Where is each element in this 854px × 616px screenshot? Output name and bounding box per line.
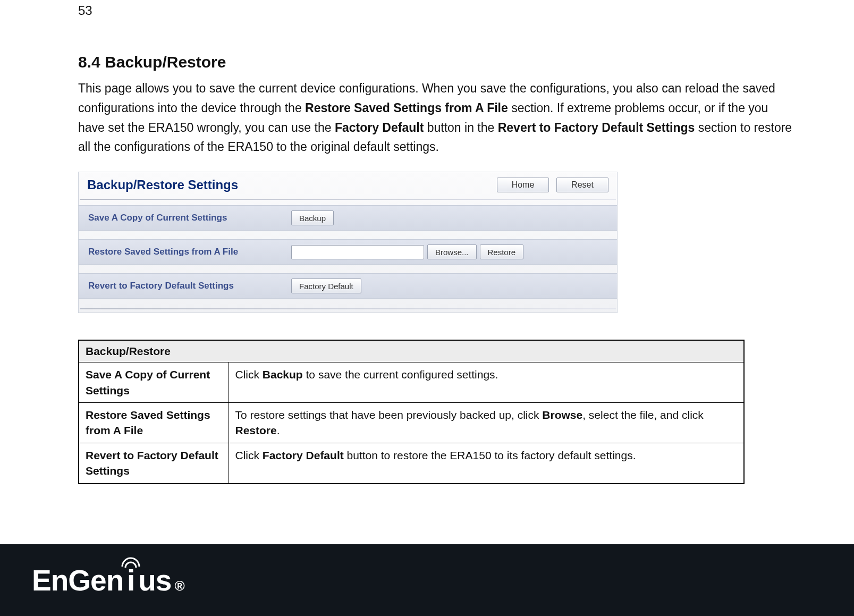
- row-value: Click Factory Default button to restore …: [229, 443, 744, 483]
- row-controls: Backup: [291, 210, 334, 225]
- content-area: 8.4 Backup/Restore This page allows you …: [78, 53, 796, 484]
- row-label: Restore Saved Settings from A File: [79, 247, 291, 257]
- home-button[interactable]: Home: [497, 178, 549, 192]
- section-heading: 8.4 Backup/Restore: [78, 53, 796, 71]
- factory-default-button[interactable]: Factory Default: [291, 279, 361, 293]
- text: , select the file, and click: [582, 409, 704, 421]
- bold-text: Restore Saved Settings from A File: [305, 101, 508, 115]
- row-key: Save A Copy of Current Settings: [79, 362, 229, 403]
- table-header: Backup/Restore: [79, 340, 744, 362]
- text: to save the current configured settings.: [303, 368, 498, 381]
- bold-text: Browse: [542, 409, 582, 421]
- page: 53 8.4 Backup/Restore This page allows y…: [0, 0, 854, 616]
- table-row: Save A Copy of Current Settings Click Ba…: [79, 362, 744, 403]
- page-number: 53: [78, 3, 92, 18]
- text: To restore settings that have been previ…: [235, 409, 543, 421]
- browse-button[interactable]: Browse...: [427, 244, 477, 259]
- bold-text: Factory Default: [335, 121, 424, 134]
- bold-text: Factory Default: [263, 449, 344, 461]
- engenius-logo: EnGen i us®: [32, 563, 184, 597]
- table-header-row: Backup/Restore: [79, 340, 744, 362]
- intro-paragraph: This page allows you to save the current…: [78, 79, 796, 157]
- row-key: Revert to Factory Default Settings: [79, 443, 229, 483]
- registered-icon: ®: [174, 578, 184, 594]
- wifi-arcs-icon: [120, 555, 141, 569]
- divider: [80, 199, 616, 200]
- text: button to restore the ERA150 to its fact…: [344, 449, 636, 461]
- row-value: To restore settings that have been previ…: [229, 402, 744, 443]
- logo-text: EnGen: [32, 563, 123, 597]
- row-restore-file: Restore Saved Settings from A File Brows…: [79, 239, 617, 265]
- table-row: Revert to Factory Default Settings Click…: [79, 443, 744, 483]
- row-controls: Factory Default: [291, 279, 361, 293]
- reset-button[interactable]: Reset: [556, 178, 608, 192]
- bold-text: Backup: [263, 368, 303, 381]
- wifi-icon: i: [123, 563, 138, 597]
- backup-button[interactable]: Backup: [291, 210, 334, 225]
- panel-header-buttons: Home Reset: [497, 178, 608, 192]
- description-table: Backup/Restore Save A Copy of Current Se…: [78, 340, 745, 484]
- backup-restore-panel: Backup/Restore Settings Home Reset Save …: [78, 172, 618, 313]
- footer: EnGen i us®: [0, 544, 854, 616]
- divider: [80, 308, 616, 309]
- row-factory-default: Revert to Factory Default Settings Facto…: [79, 273, 617, 299]
- row-label: Save A Copy of Current Settings: [79, 213, 291, 223]
- text: Click: [235, 368, 263, 381]
- restore-button[interactable]: Restore: [480, 244, 524, 259]
- text: Click: [235, 449, 263, 461]
- row-controls: Browse... Restore: [291, 244, 523, 259]
- text: .: [277, 424, 280, 436]
- row-key: Restore Saved Settings from A File: [79, 402, 229, 443]
- row-label: Revert to Factory Default Settings: [79, 281, 291, 291]
- file-path-input[interactable]: [291, 245, 424, 259]
- row-value: Click Backup to save the current configu…: [229, 362, 744, 403]
- panel-header: Backup/Restore Settings Home Reset: [79, 172, 617, 196]
- row-save-copy: Save A Copy of Current Settings Backup: [79, 205, 617, 231]
- text: button in the: [424, 121, 497, 134]
- table-row: Restore Saved Settings from A File To re…: [79, 402, 744, 443]
- logo-text: us: [138, 563, 171, 597]
- panel-title: Backup/Restore Settings: [87, 178, 238, 192]
- bold-text: Restore: [235, 424, 277, 436]
- bold-text: Revert to Factory Default Settings: [498, 121, 695, 134]
